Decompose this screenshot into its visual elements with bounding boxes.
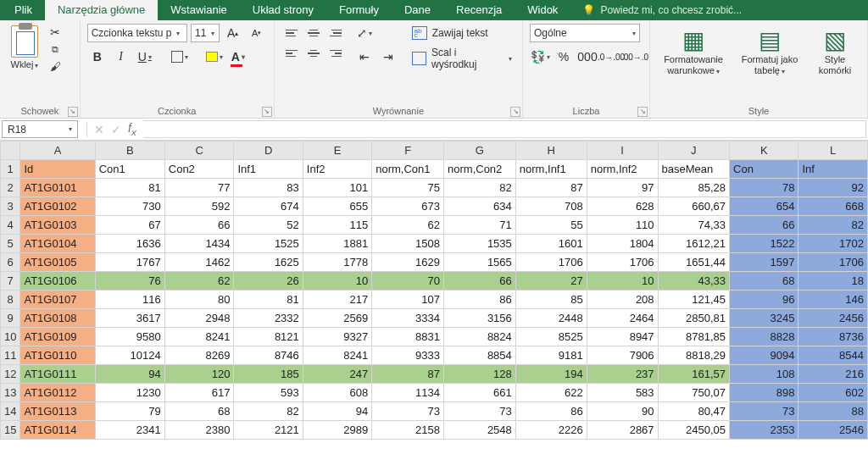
cell[interactable]: 750,07 (658, 384, 729, 402)
font-dialog-launcher[interactable]: ↘ (262, 107, 272, 117)
row-header-14[interactable]: 14 (1, 402, 20, 421)
conditional-formatting-button[interactable]: ▦ Formatowanie warunkowe▾ (657, 24, 730, 77)
cell[interactable]: AT1G0103 (20, 216, 95, 235)
clipboard-dialog-launcher[interactable]: ↘ (68, 107, 78, 117)
cell[interactable]: 8241 (303, 346, 371, 365)
cell[interactable]: 82 (798, 216, 868, 235)
cell[interactable]: AT1G0113 (20, 402, 95, 421)
cell[interactable]: 1230 (95, 384, 164, 402)
col-header-H[interactable]: H (515, 141, 587, 160)
cell[interactable]: 10124 (95, 346, 164, 365)
align-bottom-button[interactable] (326, 24, 346, 42)
cell[interactable]: norm,Con1 (372, 160, 444, 179)
cell[interactable]: 668 (798, 197, 868, 216)
cell[interactable]: Inf2 (303, 160, 371, 179)
cell[interactable]: 608 (303, 384, 371, 402)
font-size-combo[interactable]: 11▾ (191, 24, 220, 42)
cell[interactable]: 2456 (798, 309, 868, 328)
tab-file[interactable]: Plik (2, 0, 45, 20)
cell[interactable]: 87 (515, 179, 587, 197)
cell[interactable]: baseMean (658, 160, 729, 179)
cell[interactable]: 628 (587, 197, 658, 216)
cell[interactable]: 237 (587, 365, 658, 384)
col-header-C[interactable]: C (164, 141, 234, 160)
cell[interactable]: 67 (95, 216, 164, 235)
cell[interactable]: 9327 (303, 328, 371, 346)
cell[interactable]: 1525 (234, 235, 303, 253)
cell[interactable]: 1629 (372, 253, 444, 272)
row-header-13[interactable]: 13 (1, 384, 20, 402)
cell[interactable]: 92 (798, 179, 868, 197)
cell[interactable]: 2464 (587, 309, 658, 328)
cell[interactable]: 75 (372, 179, 444, 197)
cell[interactable]: 3245 (730, 309, 798, 328)
row-header-15[interactable]: 15 (1, 421, 20, 440)
cell[interactable]: AT1G0104 (20, 235, 95, 253)
increase-decimal-button[interactable]: .0→.00 (601, 47, 621, 66)
cell[interactable]: 1778 (303, 253, 371, 272)
formula-input[interactable] (143, 120, 866, 138)
cell[interactable]: 73 (372, 402, 444, 421)
cell[interactable]: 1702 (798, 235, 868, 253)
cell[interactable]: 81 (234, 291, 303, 309)
percent-button[interactable]: % (554, 47, 574, 66)
cell[interactable]: 1804 (587, 235, 658, 253)
accounting-format-button[interactable]: 💱▾ (530, 47, 550, 66)
cell[interactable]: 73 (730, 402, 798, 421)
cell[interactable]: 8544 (798, 346, 868, 365)
cell[interactable]: 8824 (444, 328, 516, 346)
wrap-text-button[interactable]: Zawijaj tekst (409, 24, 515, 42)
tab-page-layout[interactable]: Układ strony (240, 0, 326, 20)
cell[interactable]: 86 (515, 402, 587, 421)
tab-insert[interactable]: Wstawianie (158, 0, 239, 20)
cell[interactable]: 115 (303, 216, 371, 235)
cell[interactable]: 1651,44 (658, 253, 729, 272)
cell[interactable]: 87 (372, 365, 444, 384)
row-header-3[interactable]: 3 (1, 197, 20, 216)
decrease-font-button[interactable]: A▾ (247, 24, 267, 42)
tab-review[interactable]: Recenzja (443, 0, 515, 20)
cell[interactable]: 2121 (234, 421, 303, 440)
cell[interactable]: AT1G0105 (20, 253, 95, 272)
tab-formulas[interactable]: Formuły (326, 0, 392, 20)
cell[interactable]: 8241 (164, 328, 234, 346)
row-header-5[interactable]: 5 (1, 235, 20, 253)
cell[interactable]: 108 (730, 365, 798, 384)
col-header-D[interactable]: D (234, 141, 303, 160)
cell[interactable]: 1636 (95, 235, 164, 253)
number-format-combo[interactable]: Ogólne▾ (530, 24, 640, 42)
cell[interactable]: 1881 (303, 235, 371, 253)
paste-button[interactable]: Wklej▾ (7, 24, 42, 69)
tab-view[interactable]: Widok (515, 0, 570, 20)
insert-function-icon[interactable]: fx (128, 121, 136, 137)
cell[interactable]: 79 (95, 402, 164, 421)
cell[interactable]: Con1 (95, 160, 164, 179)
align-center-button[interactable] (303, 44, 324, 63)
cell[interactable]: 185 (234, 365, 303, 384)
cell[interactable]: 660,67 (658, 197, 729, 216)
cell[interactable]: 97 (587, 179, 658, 197)
cell[interactable]: 66 (164, 216, 234, 235)
cell[interactable]: 8781,85 (658, 328, 729, 346)
cell[interactable]: 52 (234, 216, 303, 235)
cell[interactable]: 128 (444, 365, 516, 384)
cell[interactable]: 1565 (444, 253, 516, 272)
cell[interactable]: 26 (234, 272, 303, 291)
cell[interactable]: 898 (730, 384, 798, 402)
cell[interactable]: 7906 (587, 346, 658, 365)
col-header-A[interactable]: A (20, 141, 95, 160)
cell[interactable]: 94 (95, 365, 164, 384)
cell[interactable]: 593 (234, 384, 303, 402)
cell[interactable]: Inf (798, 160, 868, 179)
cell[interactable]: 730 (95, 197, 164, 216)
merge-center-button[interactable]: Scal i wyśrodkuj▾ (409, 49, 515, 68)
row-header-8[interactable]: 8 (1, 291, 20, 309)
cell[interactable]: 80 (164, 291, 234, 309)
cell[interactable]: 62 (372, 216, 444, 235)
cell[interactable]: 1625 (234, 253, 303, 272)
font-name-combo[interactable]: Czcionka tekstu p▾ (87, 24, 187, 42)
cell-styles-button[interactable]: ▧ Style komórki (810, 24, 860, 76)
cell[interactable]: Con2 (164, 160, 234, 179)
row-header-6[interactable]: 6 (1, 253, 20, 272)
cell[interactable]: 655 (303, 197, 371, 216)
